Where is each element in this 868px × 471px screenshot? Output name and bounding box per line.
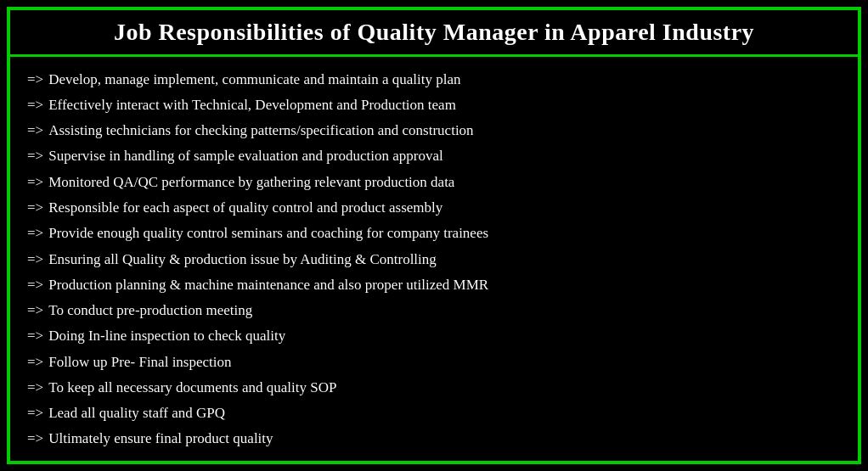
- list-item: => Doing In-line inspection to check qua…: [27, 326, 841, 347]
- arrow-icon: =>: [27, 404, 43, 423]
- arrow-icon: =>: [27, 429, 43, 449]
- arrow-icon: =>: [27, 276, 43, 295]
- list-item: => Provide enough quality control semina…: [27, 223, 841, 244]
- list-item: => Responsible for each aspect of qualit…: [27, 198, 841, 219]
- responsibility-text: Assisting technicians for checking patte…: [48, 121, 473, 141]
- list-item: => Production planning & machine mainten…: [27, 275, 841, 296]
- list-item: => To keep all necessary documents and q…: [27, 378, 841, 399]
- list-item: => Monitored QA/QC performance by gather…: [27, 172, 841, 193]
- list-item: => Follow up Pre- Final inspection: [27, 352, 841, 373]
- title-bar: Job Responsibilities of Quality Manager …: [10, 10, 858, 57]
- arrow-icon: =>: [27, 70, 43, 90]
- arrow-icon: =>: [27, 96, 43, 115]
- responsibility-text: Doing In-line inspection to check qualit…: [48, 327, 285, 346]
- page-title: Job Responsibilities of Quality Manager …: [114, 19, 754, 45]
- arrow-icon: =>: [27, 301, 43, 321]
- arrow-icon: =>: [27, 250, 43, 270]
- responsibility-text: Develop, manage implement, communicate a…: [48, 70, 460, 90]
- responsibility-text: Effectively interact with Technical, Dev…: [48, 96, 456, 115]
- responsibility-text: Production planning & machine maintenanc…: [48, 276, 488, 295]
- responsibility-text: Lead all quality staff and GPQ: [48, 404, 225, 423]
- responsibility-text: Ultimately ensure final product quality: [48, 429, 273, 449]
- responsibility-text: Ensuring all Quality & production issue …: [48, 250, 437, 270]
- list-item: => Assisting technicians for checking pa…: [27, 121, 841, 142]
- list-item: => Supervise in handling of sample evalu…: [27, 146, 841, 167]
- responsibility-text: Responsible for each aspect of quality c…: [48, 199, 442, 218]
- list-item: => Effectively interact with Technical, …: [27, 95, 841, 116]
- list-item: => Ultimately ensure final product quali…: [27, 429, 841, 450]
- arrow-icon: =>: [27, 147, 43, 166]
- page-container: Job Responsibilities of Quality Manager …: [0, 0, 868, 471]
- arrow-icon: =>: [27, 378, 43, 398]
- arrow-icon: =>: [27, 327, 43, 346]
- list-item: => Develop, manage implement, communicat…: [27, 70, 841, 91]
- list-item: => Ensuring all Quality & production iss…: [27, 250, 841, 271]
- responsibility-text: To keep all necessary documents and qual…: [48, 378, 336, 398]
- arrow-icon: =>: [27, 199, 43, 218]
- content-frame: Job Responsibilities of Quality Manager …: [7, 7, 861, 464]
- responsibilities-list: => Develop, manage implement, communicat…: [10, 57, 858, 461]
- list-item: => To conduct pre-production meeting: [27, 300, 841, 322]
- responsibility-text: Provide enough quality control seminars …: [48, 224, 488, 244]
- arrow-icon: =>: [27, 224, 43, 244]
- arrow-icon: =>: [27, 353, 43, 373]
- arrow-icon: =>: [27, 121, 43, 141]
- responsibility-text: To conduct pre-production meeting: [48, 301, 252, 321]
- responsibility-text: Monitored QA/QC performance by gathering…: [48, 173, 454, 193]
- responsibility-text: Supervise in handling of sample evaluati…: [48, 147, 443, 166]
- responsibility-text: Follow up Pre- Final inspection: [48, 353, 231, 373]
- arrow-icon: =>: [27, 173, 43, 193]
- list-item: => Lead all quality staff and GPQ: [27, 403, 841, 424]
